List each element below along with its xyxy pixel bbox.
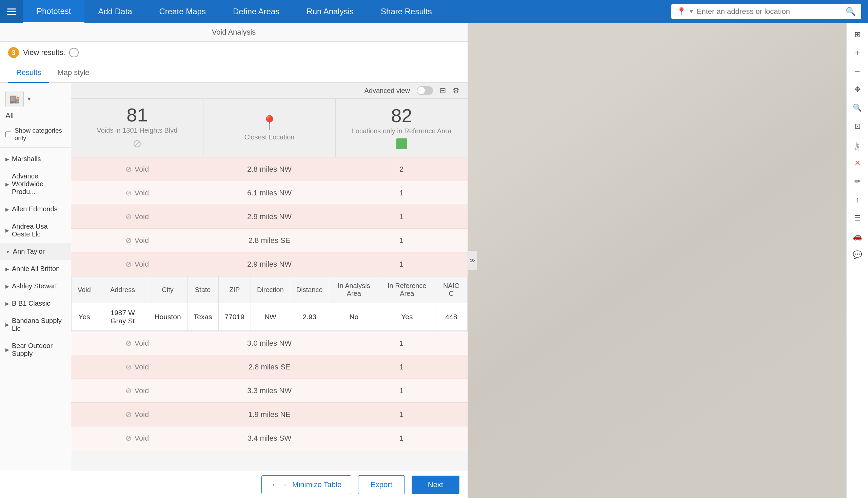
data-row-annie-all-britton[interactable]: ⊘ Void 3.0 miles NW 1 bbox=[71, 331, 468, 355]
void-symbol-icon: ⊘ bbox=[125, 386, 132, 395]
data-row-marshalls[interactable]: ⊘ Void 2.8 miles NW 2 bbox=[71, 157, 468, 181]
void-symbol-icon: ⊘ bbox=[125, 165, 132, 174]
ref-area-label: Locations only in Reference Area bbox=[352, 127, 452, 135]
arrow-left-icon: ← bbox=[271, 480, 279, 489]
zoom-out-button[interactable]: − bbox=[848, 62, 867, 80]
export-button[interactable]: Export bbox=[358, 475, 405, 494]
table-row: Yes 1987 W Gray St Houston Texas bbox=[71, 303, 468, 331]
zoom-tool-button[interactable]: 🔍 bbox=[848, 99, 867, 117]
advanced-view-label: Advanced view bbox=[364, 87, 410, 95]
table-area: Advanced view ⊟ ⚙ 81 Voids in 1301 Heigh… bbox=[71, 83, 468, 471]
voids-label: Voids in 1301 Heights Blvd bbox=[97, 127, 178, 134]
next-button[interactable]: Next bbox=[412, 476, 459, 494]
data-row-andrea-usa[interactable]: ⊘ Void 2.8 miles SE 1 bbox=[71, 228, 468, 252]
sub-table: Void Address City State bbox=[71, 276, 468, 331]
map-area[interactable]: ≫ bbox=[468, 23, 846, 498]
col-naic: NAIC C bbox=[435, 276, 467, 303]
data-row-b-b1-classic[interactable]: ⊘ Void 3.3 miles NW 1 bbox=[71, 379, 468, 403]
settings-icon[interactable]: ⚙ bbox=[453, 86, 459, 95]
advanced-view-toggle[interactable] bbox=[417, 86, 433, 95]
void-circle-icon: ⊘ bbox=[133, 137, 142, 150]
edit-button[interactable]: ✏ bbox=[848, 173, 867, 190]
close-button[interactable]: ✕ bbox=[848, 154, 867, 172]
nav-tab-run-analysis[interactable]: Run Analysis bbox=[293, 0, 367, 23]
nav-tab-share-results[interactable]: Share Results bbox=[367, 0, 445, 23]
col-state: State bbox=[187, 276, 218, 303]
sidebar-item-b-b1-classic[interactable]: ▶ B B1 Classic bbox=[0, 295, 71, 312]
left-panel: Void Analysis 3 View results. i Results … bbox=[0, 23, 468, 498]
pan-button[interactable]: ✥ bbox=[848, 81, 867, 99]
cell-naic: 448 bbox=[435, 303, 467, 331]
cell-direction: NW bbox=[251, 303, 290, 331]
address-search-input[interactable] bbox=[697, 7, 846, 16]
show-categories-checkbox[interactable] bbox=[5, 131, 11, 138]
col-direction: Direction bbox=[251, 276, 290, 303]
void-symbol-icon: ⊘ bbox=[125, 188, 132, 197]
transport-button[interactable]: 🚗 bbox=[848, 228, 867, 245]
chevron-right-icon: ▶ bbox=[5, 266, 9, 272]
col-address: Address bbox=[97, 276, 148, 303]
data-row-ann-taylor[interactable]: ⊘ Void 2.9 miles NW 1 bbox=[71, 252, 468, 276]
void-analysis-header: Void Analysis bbox=[0, 23, 468, 42]
tab-results[interactable]: Results bbox=[8, 63, 49, 83]
sidebar-item-marshalls[interactable]: ▶ Marshalls bbox=[0, 150, 71, 168]
info-icon[interactable]: i bbox=[69, 48, 79, 57]
nav-tab-create-maps[interactable]: Create Maps bbox=[145, 0, 219, 23]
sidebar-item-advance-worldwide[interactable]: ▶ Advance Worldwide Produ... bbox=[0, 168, 71, 200]
location-pin-icon: 📍 bbox=[677, 7, 686, 16]
top-navigation: Phototest Add Data Create Maps Define Ar… bbox=[0, 0, 868, 23]
zoom-extent-button[interactable]: ⊞ bbox=[848, 26, 867, 43]
chevron-right-icon: ▶ bbox=[5, 156, 9, 162]
collapse-panel-button[interactable]: ≫ bbox=[468, 250, 477, 271]
chevron-right-icon: ▶ bbox=[5, 228, 9, 233]
hamburger-button[interactable] bbox=[0, 0, 23, 23]
data-row-advance-worldwide[interactable]: ⊘ Void 6.1 miles NW 1 bbox=[71, 181, 468, 205]
data-row-allen-edmonds[interactable]: ⊘ Void 2.9 miles NW 1 bbox=[71, 205, 468, 228]
data-row-bear-outdoor[interactable]: ⊘ Void 3.4 miles SW 1 bbox=[71, 427, 468, 450]
data-row-bandana-supply[interactable]: ⊘ Void 1.9 miles NE 1 bbox=[71, 403, 468, 427]
sidebar: 🏬 ▼ All Show categories only ▶ Marshalls… bbox=[0, 83, 71, 471]
sidebar-item-andrea-usa[interactable]: ▶ Andrea Usa Oeste Llc bbox=[0, 218, 71, 243]
category-dropdown-arrow-icon[interactable]: ▼ bbox=[26, 96, 32, 102]
nav-tab-phototest[interactable]: Phototest bbox=[23, 0, 84, 23]
chevron-right-icon: ▶ bbox=[5, 207, 9, 212]
col-in-reference: In Reference Area bbox=[379, 276, 435, 303]
nav-tab-define-areas[interactable]: Define Areas bbox=[219, 0, 293, 23]
sidebar-item-bear-outdoor[interactable]: ▶ Bear Outdoor Supply bbox=[0, 337, 71, 362]
summary-ref-area-cell: 82 Locations only in Reference Area bbox=[336, 99, 468, 157]
data-row-ashley-stewart[interactable]: ⊘ Void 2.8 miles SE 1 bbox=[71, 355, 468, 379]
col-zip: ZIP bbox=[218, 276, 251, 303]
sidebar-item-ann-taylor[interactable]: ▼ Ann Taylor bbox=[0, 243, 71, 260]
nav-tab-add-data[interactable]: Add Data bbox=[84, 0, 145, 23]
minimize-table-button[interactable]: ← ← Minimize Table bbox=[262, 475, 351, 494]
cell-distance: 2.93 bbox=[290, 303, 329, 331]
col-in-analysis: In Analysis Area bbox=[329, 276, 379, 303]
sidebar-item-allen-edmonds[interactable]: ▶ Allen Edmonds bbox=[0, 200, 71, 218]
sidebar-item-ashley-stewart[interactable]: ▶ Ashley Stewart bbox=[0, 277, 71, 295]
share-button[interactable]: ↑ bbox=[848, 191, 867, 209]
category-icon-button[interactable]: 🏬 bbox=[5, 91, 24, 107]
chevron-right-icon: ▶ bbox=[5, 182, 9, 187]
void-symbol-icon: ⊘ bbox=[125, 434, 132, 443]
layers-button[interactable]: ⊡ bbox=[848, 117, 867, 135]
zoom-in-button[interactable]: + bbox=[848, 44, 867, 62]
voids-count: 81 bbox=[126, 105, 147, 124]
table-view-button[interactable]: ☰ bbox=[848, 209, 867, 227]
col-void: Void bbox=[71, 276, 97, 303]
filter-icon[interactable]: ⊟ bbox=[440, 86, 446, 95]
sidebar-item-bandana-supply[interactable]: ▶ Bandana Supply Llc bbox=[0, 312, 71, 337]
search-icon[interactable]: 🔍 bbox=[846, 7, 856, 16]
cell-zip: 77019 bbox=[218, 303, 251, 331]
chevron-right-icon: ▶ bbox=[5, 284, 9, 289]
sidebar-item-annie-all-britton[interactable]: ▶ Annie All Britton bbox=[0, 260, 71, 277]
void-symbol-icon: ⊘ bbox=[125, 339, 132, 348]
ref-area-count: 82 bbox=[391, 106, 412, 125]
tab-map-style[interactable]: Map style bbox=[49, 63, 97, 83]
cell-in-reference: Yes bbox=[379, 303, 435, 331]
green-square-icon bbox=[396, 139, 407, 149]
comment-button[interactable]: 💬 bbox=[848, 246, 867, 264]
chevron-right-icon: ▶ bbox=[5, 301, 9, 306]
col-city: City bbox=[148, 276, 187, 303]
dropdown-arrow-icon[interactable]: ▼ bbox=[689, 9, 694, 15]
chevron-down-icon: ▼ bbox=[5, 249, 10, 254]
